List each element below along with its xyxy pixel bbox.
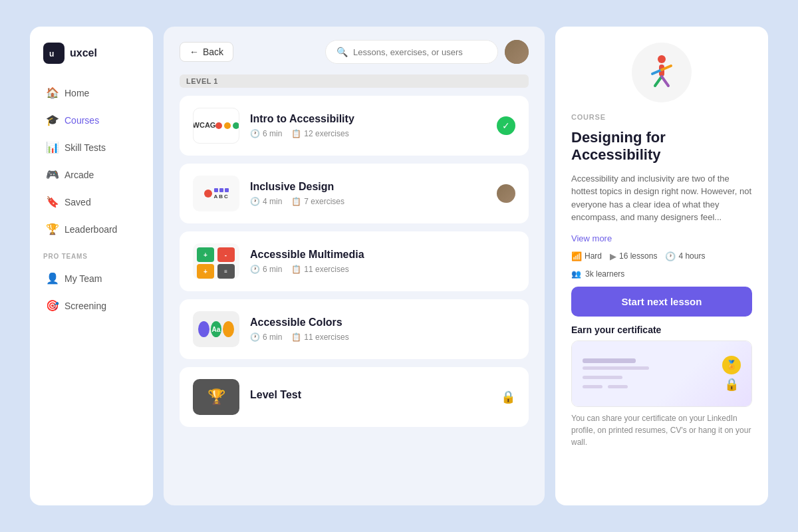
- lesson-title: Inclusive Design: [250, 181, 486, 193]
- back-label: Back: [203, 47, 223, 57]
- start-next-lesson-button[interactable]: Start next lesson: [571, 287, 752, 317]
- hero-icon: [632, 43, 692, 102]
- logo: u uxcel: [30, 43, 153, 80]
- lesson-title: Level Test: [250, 389, 490, 401]
- learners-label: 3k learners: [585, 269, 624, 279]
- sidebar-item-label: Arcade: [65, 170, 94, 180]
- search-icon: 🔍: [336, 47, 348, 57]
- lessons-stat: ▶ 16 lessons: [610, 251, 657, 261]
- exercises-icon: 📋: [291, 265, 301, 274]
- exercises-icon: 📋: [291, 332, 301, 342]
- search-input-wrap: 🔍: [325, 40, 498, 64]
- course-title: Designing for Accessibility: [571, 129, 752, 164]
- lesson-exercises: 📋 11 exercises: [291, 332, 348, 342]
- certificate-section: Earn your certificate: [571, 325, 752, 448]
- play-icon: ▶: [610, 251, 616, 261]
- lesson-info: Intro to Accessibility 🕐 6 min 📋 12 exer…: [250, 113, 486, 138]
- avatar[interactable]: [505, 40, 529, 64]
- sidebar-item-saved[interactable]: 🔖 Saved: [38, 189, 145, 215]
- courses-icon: 🎓: [46, 114, 58, 126]
- sidebar-item-label: Skill Tests: [65, 142, 106, 153]
- hours-stat: 🕐 4 hours: [665, 251, 705, 261]
- arcade-icon: 🎮: [46, 168, 58, 181]
- lesson-status: ✓: [497, 116, 515, 135]
- lesson-user-avatar: [497, 184, 515, 203]
- clock-icon: 🕐: [250, 129, 260, 138]
- course-stats: 📶 Hard ▶ 16 lessons 🕐 4 hours: [571, 251, 752, 261]
- lesson-info: Accessible Colors 🕐 6 min 📋 11 exercises: [250, 317, 515, 342]
- lesson-thumb-inclusive: ABC: [193, 176, 239, 211]
- sidebar-item-label: Courses: [65, 115, 99, 126]
- cert-description: You can share your certificate on your L…: [571, 412, 752, 448]
- lesson-thumb-multimedia: + - + ≡: [193, 243, 239, 279]
- lesson-thumb-colors: Aa: [193, 311, 239, 347]
- lesson-info: Level Test: [250, 389, 490, 405]
- lesson-exercises: 📋 11 exercises: [291, 265, 348, 274]
- main-area: ← Back 🔍 LEVEL 1: [153, 27, 768, 505]
- pro-teams-nav: 👤 My Team 🎯 Screening: [30, 265, 153, 319]
- hours-label: 4 hours: [678, 251, 705, 261]
- sidebar-item-label: Screening: [65, 301, 106, 311]
- sidebar: u uxcel 🏠 Home 🎓 Courses 📊 Skill Tests 🎮…: [30, 27, 153, 505]
- skill-tests-icon: 📊: [46, 141, 58, 154]
- lesson-info: Inclusive Design 🕐 4 min 📋 7 exercises: [250, 181, 486, 206]
- sidebar-item-arcade[interactable]: 🎮 Arcade: [38, 162, 145, 188]
- sidebar-item-courses[interactable]: 🎓 Courses: [38, 107, 145, 133]
- cert-inner: 🏅 🔒: [572, 341, 751, 406]
- clock-icon: 🕐: [250, 332, 260, 342]
- lesson-card-level-test[interactable]: 🏆 Level Test 🔒: [180, 367, 529, 427]
- back-arrow-icon: ←: [190, 47, 199, 57]
- clock-icon: 🕐: [250, 197, 260, 206]
- lesson-status-inprogress: [497, 184, 515, 203]
- sidebar-nav: 🏠 Home 🎓 Courses 📊 Skill Tests 🎮 Arcade …: [30, 80, 153, 242]
- view-more-link[interactable]: View more: [571, 233, 752, 243]
- my-team-icon: 👤: [46, 272, 58, 285]
- svg-text:u: u: [49, 49, 54, 59]
- search-input[interactable]: [353, 47, 487, 57]
- lesson-meta: 🕐 6 min 📋 12 exercises: [250, 129, 486, 138]
- lesson-card[interactable]: WCAG Intro to Accessibility 🕐 6 mi: [180, 96, 529, 156]
- clock-icon: 🕐: [250, 265, 260, 274]
- screening-icon: 🎯: [46, 299, 58, 312]
- lesson-title: Accessible Multimedia: [250, 249, 515, 261]
- back-button[interactable]: ← Back: [180, 42, 233, 62]
- lessons-count-label: 16 lessons: [619, 251, 657, 261]
- svg-line-7: [662, 76, 668, 86]
- logo-text: uxcel: [70, 47, 97, 59]
- sidebar-item-label: My Team: [65, 273, 102, 284]
- lesson-card[interactable]: ABC Inclusive Design 🕐 4 min: [180, 164, 529, 223]
- level-badge: LEVEL 1: [180, 74, 529, 88]
- lesson-meta: 🕐 6 min 📋 11 exercises: [250, 265, 515, 274]
- lesson-min: 🕐 6 min: [250, 332, 282, 342]
- lesson-card[interactable]: + - + ≡ Accessible Multimedia 🕐 6 min: [180, 231, 529, 291]
- lesson-meta: 🕐 6 min 📋 11 exercises: [250, 332, 515, 342]
- lock-icon: 🔒: [501, 390, 515, 404]
- lessons-list: WCAG Intro to Accessibility 🕐 6 mi: [164, 96, 545, 505]
- sidebar-item-label: Saved: [65, 197, 91, 207]
- sidebar-item-leaderboard[interactable]: 🏆 Leaderboard: [38, 216, 145, 242]
- search-bar: 🔍: [244, 40, 529, 64]
- sidebar-item-label: Leaderboard: [65, 224, 117, 235]
- lesson-card[interactable]: Aa Accessible Colors 🕐 6 min 📋: [180, 299, 529, 359]
- cert-title: Earn your certificate: [571, 325, 752, 335]
- sidebar-item-home[interactable]: 🏠 Home: [38, 80, 145, 106]
- difficulty-stat: 📶 Hard: [571, 251, 602, 261]
- exercises-icon: 📋: [291, 129, 301, 138]
- svg-line-6: [655, 76, 662, 86]
- exercises-icon: 📋: [291, 197, 301, 206]
- pro-teams-label: PRO TEAMS: [43, 253, 140, 260]
- sidebar-item-label: Home: [65, 88, 89, 98]
- sidebar-item-skill-tests[interactable]: 📊 Skill Tests: [38, 134, 145, 160]
- learners-row: 👥 3k learners: [571, 269, 752, 279]
- sidebar-item-my-team[interactable]: 👤 My Team: [38, 265, 145, 291]
- lesson-meta: 🕐 4 min 📋 7 exercises: [250, 197, 486, 206]
- bar-chart-icon: 📶: [571, 251, 582, 261]
- lesson-info: Accessible Multimedia 🕐 6 min 📋 11 exerc…: [250, 249, 515, 274]
- lesson-min: 🕐 6 min: [250, 129, 282, 138]
- sidebar-item-screening[interactable]: 🎯 Screening: [38, 293, 145, 319]
- completed-icon: ✓: [497, 116, 515, 135]
- lesson-min: 🕐 4 min: [250, 197, 282, 206]
- logo-icon: u: [43, 43, 65, 64]
- lesson-status-locked: 🔒: [501, 390, 515, 404]
- difficulty-label: Hard: [585, 251, 602, 261]
